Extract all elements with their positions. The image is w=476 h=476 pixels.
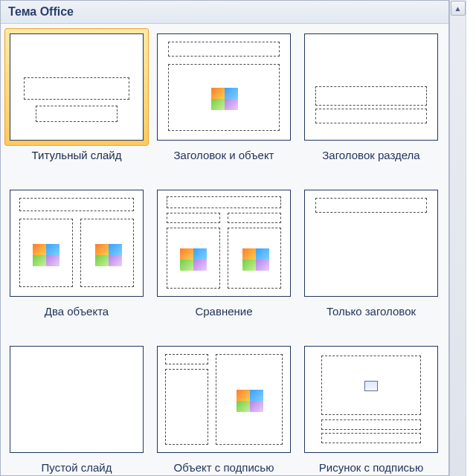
layout-grid: Титульный слайд Заголовок и объект [1,24,448,476]
scroll-up-button[interactable]: ▲ [451,1,466,16]
thumb-two-content [10,190,144,297]
thumb-content-caption [157,346,291,453]
layout-title-only[interactable]: Только заголовок [300,183,443,338]
layout-title-content[interactable]: Заголовок и объект [152,27,295,181]
panel-title: Тема Office [1,1,448,24]
layout-label: Два объекта [45,305,109,332]
layout-picture-caption[interactable]: Рисунок с подписью [300,339,443,476]
background-edge [466,0,476,476]
thumb-title-slide [10,33,144,141]
layout-title-slide[interactable]: Титульный слайд [5,27,148,181]
thumb-title-content [157,33,291,141]
picture-icon [364,381,378,391]
scroll-track[interactable] [451,16,466,476]
thumb-picture-caption [304,346,438,453]
layout-two-content[interactable]: Два объекта [5,183,148,338]
layout-label: Пустой слайд [42,461,112,476]
layout-label: Титульный слайд [32,149,122,176]
layout-label: Объект с подписью [174,461,274,476]
layout-label: Заголовок и объект [174,149,274,176]
layout-label: Сравнение [195,305,252,332]
layout-label: Рисунок с подписью [319,461,423,476]
layout-comparison[interactable]: Сравнение [152,183,295,338]
layout-section-header[interactable]: Заголовок раздела [300,27,443,181]
chevron-up-icon: ▲ [454,4,462,13]
layout-panel: Тема Office Титульный слайд [0,0,449,476]
thumb-title-only [304,190,438,297]
layout-label: Заголовок раздела [322,149,419,176]
scrollbar[interactable]: ▲ [449,0,466,476]
layout-label: Только заголовок [327,305,416,332]
thumb-blank [10,346,144,453]
thumb-comparison [157,190,291,297]
layout-blank[interactable]: Пустой слайд [5,339,148,476]
layout-content-caption[interactable]: Объект с подписью [152,339,295,476]
layout-picker-root: Тема Office Титульный слайд [0,0,476,476]
thumb-section-header [304,33,438,141]
